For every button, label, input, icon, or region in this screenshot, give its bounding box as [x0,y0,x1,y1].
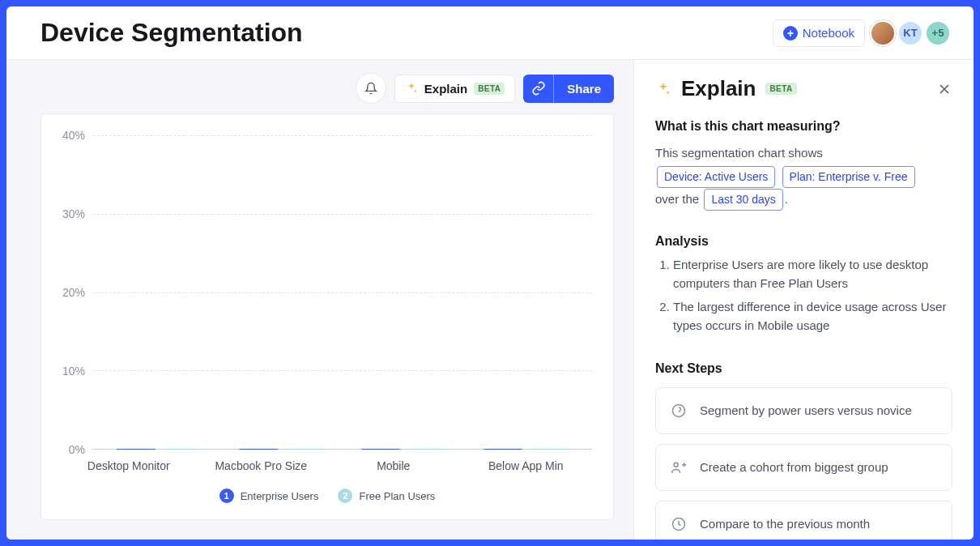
svg-point-1 [674,463,678,467]
header-actions: + Notebook KT +5 [773,19,951,47]
bar-group [465,449,587,450]
chart-area: 40%30%20%10%0% [62,135,592,450]
next-step-card[interactable]: Segment by power users versus novice [655,387,952,434]
share-button[interactable]: Share [523,75,614,103]
explain-button[interactable]: Explain BETA [394,75,515,103]
avatar[interactable] [870,20,896,46]
sparkle-icon [655,81,671,97]
x-axis: Desktop MonitorMacbook Pro SizeMobileBel… [62,459,592,472]
main-content: Explain BETA Share 40%30%20%10%0% [6,60,633,540]
next-step-label: Segment by power users versus novice [700,403,912,417]
avatar-initials[interactable]: KT [897,20,923,46]
legend-label: Enterprise Users [241,490,319,502]
analysis-heading: Analysis [655,234,952,249]
x-label: Macbook Pro Size [195,459,328,472]
panel-title: Explain [681,76,756,101]
sparkle-icon [405,82,418,95]
over-the-text: over the [655,192,699,206]
bar[interactable] [239,449,278,450]
copy-link-button[interactable] [523,75,554,103]
bar[interactable] [408,449,447,450]
analysis-item: The largest difference in device usage a… [673,297,952,335]
next-step-label: Compare to the previous month [700,517,870,531]
beta-badge: BETA [474,83,505,95]
next-steps-list: Segment by power users versus noviceCrea… [655,387,952,540]
bar[interactable] [286,449,325,450]
notifications-button[interactable] [356,73,386,104]
bar-group [220,449,343,450]
body: Explain BETA Share 40%30%20%10%0% [6,60,974,540]
beta-badge: BETA [765,83,796,95]
panel-title-wrap: Explain BETA [655,76,797,101]
link-icon [531,81,546,96]
measuring-description: This segmentation chart shows Device: Ac… [655,142,952,211]
bars [93,135,592,450]
notebook-button[interactable]: + Notebook [773,19,865,47]
next-step-card[interactable]: Compare to the previous month [655,501,952,540]
page-title: Device Segmentation [40,18,303,48]
y-axis: 40%30%20%10%0% [62,135,93,450]
bar-group [343,449,465,450]
next-step-card[interactable]: Create a cohort from biggest group [655,444,952,491]
page-header: Device Segmentation + Notebook KT +5 [6,6,974,60]
measuring-heading: What is this chart measuring? [655,119,952,134]
bar[interactable] [164,449,202,450]
plus-circle-icon: + [783,26,798,41]
explain-panel: Explain BETA What is this chart measurin… [633,60,974,540]
next-step-icon [671,516,687,532]
svg-point-0 [673,404,685,416]
legend-dot: 1 [219,488,234,503]
explain-label: Explain [424,82,467,96]
legend-item[interactable]: 1Enterprise Users [219,488,319,503]
analysis-item: Enterprise Users are more likely to use … [673,255,952,293]
legend-dot: 2 [338,488,352,503]
notebook-label: Notebook [803,26,854,40]
plot [93,135,592,450]
chip-time[interactable]: Last 30 days [704,189,782,211]
next-step-icon [671,459,687,476]
panel-header: Explain BETA [655,76,952,101]
legend-label: Free Plan Users [359,490,435,502]
bar[interactable] [484,449,522,450]
chart-toolbar: Explain BETA Share [6,60,633,113]
close-icon[interactable] [936,81,952,97]
next-steps-heading: Next Steps [655,361,952,376]
avatar-overflow[interactable]: +5 [925,20,951,46]
x-label: Below App Min [460,459,593,472]
next-step-label: Create a cohort from biggest group [700,460,888,474]
bar[interactable] [361,449,400,450]
next-step-icon [671,403,687,419]
chart-card: 40%30%20%10%0% Desktop MonitorMacbook Pr… [40,113,614,520]
legend: 1Enterprise Users2Free Plan Users [62,488,592,503]
chip-plan[interactable]: Plan: Enterprise v. Free [782,166,915,188]
bar-group [98,449,220,450]
bell-icon [364,82,377,95]
chip-device[interactable]: Device: Active Users [657,166,775,188]
analysis-list: Enterprise Users are more likely to use … [655,255,952,340]
x-label: Desktop Monitor [62,459,195,472]
share-label: Share [554,75,614,103]
app-window: Device Segmentation + Notebook KT +5 [6,6,974,540]
bar[interactable] [530,449,569,450]
bar[interactable] [117,449,156,450]
period-suffix: . [785,192,788,206]
intro-text: This segmentation chart shows [655,146,823,160]
legend-item[interactable]: 2Free Plan Users [338,488,435,503]
x-label: Mobile [327,459,460,472]
